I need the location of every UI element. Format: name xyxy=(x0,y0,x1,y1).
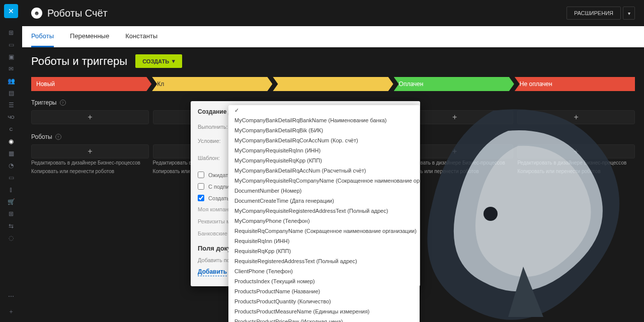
dropdown-item[interactable]: DocumentCreateTime (Дата генерации) xyxy=(228,196,420,206)
help-icon[interactable]: ? xyxy=(55,134,61,140)
svg-point-0 xyxy=(484,207,498,221)
sidebar-icon-box[interactable]: ▣ xyxy=(4,51,18,62)
sidebar-icon-monitor[interactable]: ▭ xyxy=(4,172,18,183)
copy-robots-link[interactable]: Копировать или перенести роботов xyxy=(31,167,149,176)
signed-checkbox[interactable] xyxy=(198,183,204,190)
stage-unpaid[interactable]: Не оплачен xyxy=(515,77,635,91)
left-sidebar: ✕ ⊞ ▭ ▣ ✉ 👥 ▤ ☰ ЧО С ◉ ▦ ◔ ▭ ⫿ 🛒 ⊞ ⇆ ◌ ⋯… xyxy=(0,0,22,322)
content-area: Роботы и триггеры СОЗДАТЬ ▾ Новый Кл Опл… xyxy=(22,47,644,322)
dropdown-item[interactable] xyxy=(228,105,420,115)
sidebar-icon-sliders[interactable]: ⇆ xyxy=(4,220,18,231)
sidebar-icon-gear[interactable]: ◔ xyxy=(4,160,18,171)
dropdown-item[interactable]: RequisiteRqInn (ИНН) xyxy=(228,236,420,246)
dropdown-item[interactable]: MyCompanyBankDetailRqBankName (Наименова… xyxy=(228,115,420,125)
help-icon[interactable]: ? xyxy=(60,100,66,106)
dropdown-item[interactable]: MyCompanyRequisiteRqKpp (КПП) xyxy=(228,155,420,166)
edit-designer-link[interactable]: Редактировать в дизайнере Бизнес-процесс… xyxy=(517,158,635,167)
stage-new[interactable]: Новый xyxy=(31,77,151,91)
dropdown-item[interactable]: RequisiteRegisteredAddressText (Полный а… xyxy=(228,256,420,266)
tab-robots[interactable]: Роботы xyxy=(31,26,54,47)
tabs-bar: Роботы Переменные Константы xyxy=(22,26,644,47)
sidebar-icon-folder[interactable]: ▭ xyxy=(4,39,18,50)
page-title: Роботы и триггеры xyxy=(31,55,127,68)
dropdown-item[interactable]: RequisiteRqCompanyName (Сокращенное наим… xyxy=(228,226,420,236)
sidebar-icon-cart[interactable]: 🛒 xyxy=(4,196,18,207)
dropdown-item[interactable]: DocumentNumber (Номер) xyxy=(228,186,420,196)
dropdown-item[interactable]: MyCompanyRequisiteRegisteredAddressText … xyxy=(228,206,420,216)
dropdown-item[interactable]: ClientPhone (Телефон) xyxy=(228,266,420,276)
dropdown-item[interactable]: MyCompanyBankDetailRqAccNum (Расчетный с… xyxy=(228,166,420,176)
sidebar-icon-home[interactable]: ⊞ xyxy=(4,27,18,38)
sidebar-icon-chart[interactable]: ⫿ xyxy=(4,184,18,195)
stage-mid[interactable] xyxy=(273,77,393,91)
sidebar-label-s[interactable]: С xyxy=(4,124,18,135)
tab-constants[interactable]: Константы xyxy=(125,26,157,47)
create-button-label: СОЗДАТЬ xyxy=(142,58,169,64)
stage-client[interactable]: Кл xyxy=(152,77,272,91)
background-illustration xyxy=(392,91,644,322)
robot-icon: ☻ xyxy=(31,8,42,19)
sidebar-icon-more[interactable]: ⋯ xyxy=(4,291,18,302)
sidebar-icon-grid[interactable]: ⊞ xyxy=(4,208,18,219)
condition-label: Условие: xyxy=(198,138,231,144)
dropdown-item[interactable]: ProductsProductName (Название) xyxy=(228,286,420,296)
sidebar-icon-robot[interactable]: ◉ xyxy=(4,136,18,147)
add-robot-slot[interactable]: + xyxy=(31,144,149,158)
add-field-button[interactable]: Добавить xyxy=(198,268,227,276)
run-label: Выполнить: xyxy=(198,124,231,130)
dropdown-item[interactable]: MyCompanyRequisiteRqInn (ИНН) xyxy=(228,145,420,155)
dropdown-item[interactable]: ProductsIndex (Текущий номер) xyxy=(228,276,420,286)
sidebar-icon-mail[interactable]: ✉ xyxy=(4,63,18,74)
dropdown-item[interactable]: MyCompanyRequisiteRqCompanyName (Сокраще… xyxy=(228,176,420,186)
robots-label-text: Роботы xyxy=(31,133,52,140)
field-dropdown[interactable]: MyCompanyBankDetailRqBankName (Наименова… xyxy=(228,105,420,322)
template-label: Шаблон: xyxy=(198,155,231,161)
sidebar-icon-filter[interactable]: ☰ xyxy=(4,100,18,111)
page-header-title: Роботы Счёт xyxy=(47,8,108,19)
chevron-down-icon: ▾ xyxy=(172,58,175,64)
sidebar-icon-doc[interactable]: ▤ xyxy=(4,88,18,99)
sidebar-label-cho[interactable]: ЧО xyxy=(4,112,18,123)
stages-row: Новый Кл Оплачен Не оплачен xyxy=(31,77,635,91)
add-trigger-slot[interactable]: + xyxy=(517,110,635,124)
sidebar-icon-users[interactable]: 👥 xyxy=(4,75,18,87)
close-icon[interactable]: ✕ xyxy=(4,4,18,18)
dropdown-item[interactable]: ProductsProductPriceRaw (Исходная цена) xyxy=(228,316,420,322)
extensions-button[interactable]: РАСШИРЕНИЯ xyxy=(567,7,621,20)
dropdown-item[interactable]: MyCompanyBankDetailRqBik (БИК) xyxy=(228,125,420,135)
edit-designer-link[interactable]: Редактировать в дизайнере Бизнес-процесс… xyxy=(31,158,149,167)
sidebar-icon-chat[interactable]: ◌ xyxy=(4,232,18,244)
tab-variables[interactable]: Переменные xyxy=(70,26,109,47)
dropdown-item[interactable]: RequisiteRqKpp (КПП) xyxy=(228,246,420,256)
dropdown-item[interactable]: MyCompanyBankDetailRqCorAccNum (Кор. счё… xyxy=(228,135,420,145)
sidebar-icon-add[interactable]: ＋ xyxy=(4,306,18,317)
sidebar-icon-chip[interactable]: ▦ xyxy=(4,148,18,159)
copy-robots-link[interactable]: Копировать или перенести роботов xyxy=(517,167,635,176)
create-button[interactable]: СОЗДАТЬ ▾ xyxy=(135,54,182,68)
extensions-caret[interactable]: ▾ xyxy=(623,7,635,20)
triggers-label-text: Триггеры xyxy=(31,99,57,106)
add-robot-slot[interactable]: + xyxy=(517,144,635,158)
header: ☻ Роботы Счёт РАСШИРЕНИЯ ▾ xyxy=(22,0,644,26)
dropdown-item[interactable]: ProductsProductQuantity (Количество) xyxy=(228,296,420,306)
wait-checkbox[interactable] xyxy=(198,172,204,178)
add-trigger-slot[interactable]: + xyxy=(31,110,149,124)
dropdown-item[interactable]: MyCompanyPhone (Телефон) xyxy=(228,216,420,226)
dropdown-item[interactable]: ProductsProductMeasureName (Единицы изме… xyxy=(228,306,420,316)
stage-paid[interactable]: Оплачен xyxy=(394,77,514,91)
create-checkbox[interactable] xyxy=(198,195,204,201)
